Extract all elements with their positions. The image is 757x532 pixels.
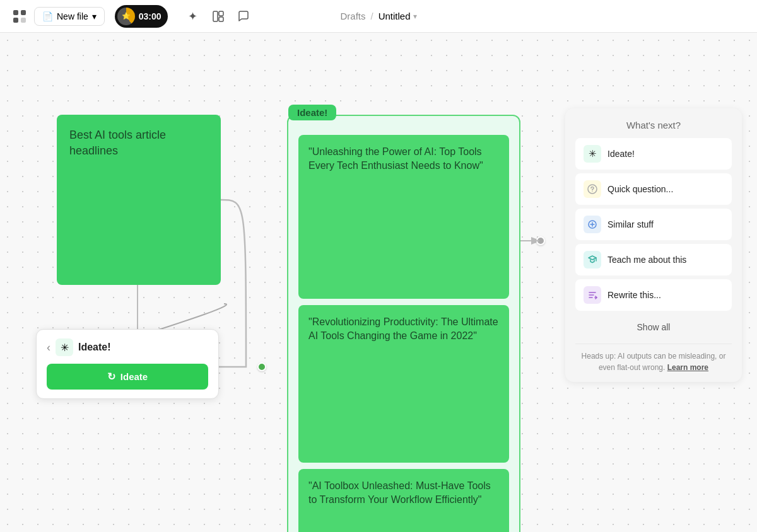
svg-rect-4 xyxy=(213,11,218,21)
connector-dot-right xyxy=(257,362,266,371)
note-card-text: Best AI tools article headlines xyxy=(69,129,166,157)
result-card-2[interactable]: "Revolutionizing Productivity: The Ultim… xyxy=(298,305,509,463)
app-menu-icon[interactable] xyxy=(10,7,29,26)
new-file-chevron: ▾ xyxy=(92,11,97,21)
breadcrumb: Drafts / Untitled ▾ xyxy=(340,11,416,21)
timer-pill[interactable]: ⭐ 03:00 xyxy=(115,5,168,28)
ideate-icon: ✳ xyxy=(584,145,601,163)
new-file-button[interactable]: 📄 New file ▾ xyxy=(34,7,105,26)
ideate-toolbar-header: ‹ ✳ Ideate! xyxy=(47,338,208,356)
drafts-link[interactable]: Drafts xyxy=(340,11,365,21)
connector-dot-arrow xyxy=(536,236,545,245)
back-button[interactable]: ‹ xyxy=(47,341,50,354)
ideate-btn-label: Ideate xyxy=(120,371,148,382)
result-card-3[interactable]: "AI Toolbox Unleashed: Must-Have Tools t… xyxy=(298,469,509,532)
topbar: 📄 New file ▾ ⭐ 03:00 ✦ xyxy=(0,0,757,33)
new-file-label: New file xyxy=(57,11,88,21)
timer-value: 03:00 xyxy=(139,11,161,21)
svg-rect-0 xyxy=(13,10,18,15)
canvas: Best AI tools article headlines Ideate! … xyxy=(0,33,757,532)
whats-next-title: What's next? xyxy=(575,120,732,130)
whats-next-panel: What's next? ✳ Ideate! Quick question... xyxy=(565,108,742,382)
ideate-label: Ideate! xyxy=(607,149,635,159)
ideate-toolbar-icon: ✳ xyxy=(56,338,73,356)
result-card-1[interactable]: "Unleashing the Power of AI: Top Tools E… xyxy=(298,135,509,299)
whats-next-item-ideate[interactable]: ✳ Ideate! xyxy=(575,138,732,170)
whats-next-item-rewrite[interactable]: Rewrite this... xyxy=(575,279,732,311)
note-card[interactable]: Best AI tools article headlines xyxy=(57,115,221,285)
whats-next-item-similar[interactable]: Similar stuff xyxy=(575,209,732,240)
chat-button[interactable] xyxy=(233,6,254,26)
svg-point-9 xyxy=(592,191,592,192)
quick-question-icon xyxy=(584,180,601,198)
new-file-icon: 📄 xyxy=(42,11,53,21)
ideate-container: Ideate! "Unleashing the Power of AI: Top… xyxy=(287,115,520,532)
teach-label: Teach me about this xyxy=(607,255,686,265)
sparkle-button[interactable]: ✦ xyxy=(183,6,203,26)
teach-icon xyxy=(584,251,601,269)
ideate-container-label: Ideate! xyxy=(288,105,336,120)
svg-rect-3 xyxy=(21,18,26,23)
svg-rect-5 xyxy=(219,11,223,16)
heads-up-text: Heads up: AI outputs can be misleading, … xyxy=(575,344,732,373)
rewrite-label: Rewrite this... xyxy=(607,290,661,300)
show-all-button[interactable]: Show all xyxy=(575,317,732,337)
quick-question-label: Quick question... xyxy=(607,184,673,194)
ideate-toolbar: ‹ ✳ Ideate! ↻ Ideate xyxy=(36,329,219,399)
svg-rect-6 xyxy=(219,17,223,21)
breadcrumb-sep: / xyxy=(370,11,373,21)
svg-rect-1 xyxy=(21,10,26,15)
learn-more-link[interactable]: Learn more xyxy=(667,363,708,372)
similar-icon xyxy=(584,216,601,233)
similar-label: Similar stuff xyxy=(607,219,654,229)
svg-rect-2 xyxy=(13,18,18,23)
ideate-run-button[interactable]: ↻ Ideate xyxy=(47,364,208,390)
whats-next-item-quick-question[interactable]: Quick question... xyxy=(575,173,732,205)
topbar-left: 📄 New file ▾ ⭐ 03:00 ✦ xyxy=(10,5,254,28)
whats-next-item-teach[interactable]: Teach me about this xyxy=(575,244,732,275)
ideate-toolbar-title: Ideate! xyxy=(78,342,111,353)
timer-circle: ⭐ xyxy=(117,8,135,25)
rewrite-icon xyxy=(584,286,601,304)
title-chevron: ▾ xyxy=(413,12,417,21)
topbar-icons: ✦ xyxy=(183,6,254,26)
page-title[interactable]: Untitled ▾ xyxy=(378,11,417,21)
ideate-refresh-icon: ↻ xyxy=(107,371,115,383)
layout-button[interactable] xyxy=(208,6,228,26)
